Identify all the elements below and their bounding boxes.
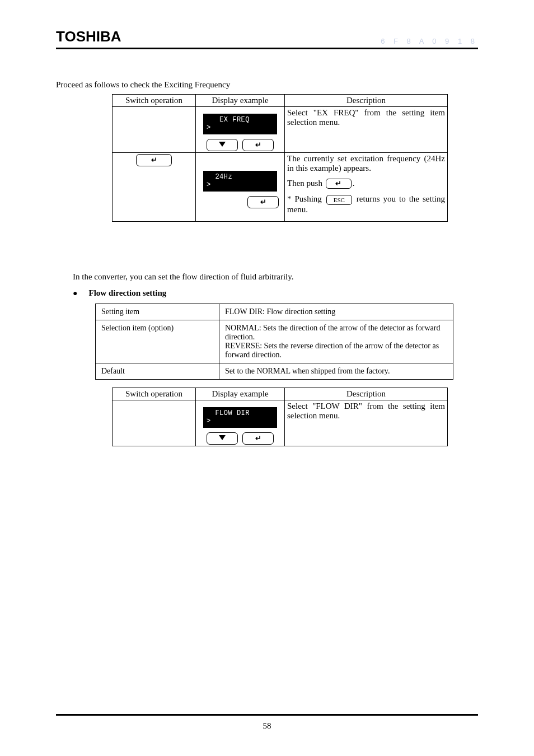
enter-icon: ↵ bbox=[255, 141, 261, 150]
enter-icon: ↵ bbox=[151, 156, 157, 165]
lcd-display: EX FREQ > bbox=[203, 114, 277, 134]
col-header: Switch operation bbox=[113, 95, 196, 107]
col-header: Display example bbox=[196, 388, 285, 400]
bullet-icon: ● bbox=[73, 289, 77, 298]
enter-button[interactable]: ↵ bbox=[136, 154, 172, 166]
enter-icon: ↵ bbox=[255, 434, 261, 443]
esc-label: ESC bbox=[334, 197, 345, 203]
desc-text: Then push ↵ . bbox=[287, 179, 445, 189]
bullet-heading: Flow direction setting bbox=[88, 288, 166, 298]
lcd-display: 24Hz > bbox=[203, 171, 277, 192]
procedure-table-1: Switch operation Display example Descrip… bbox=[112, 94, 448, 222]
settings-value: NORMAL: Sets the direction of the arrow … bbox=[219, 320, 453, 363]
doc-code: 6 F 8 A 0 9 1 8 bbox=[381, 37, 478, 45]
enter-icon: ↵ bbox=[260, 198, 266, 207]
desc-text: The currently set excitation frequency (… bbox=[287, 154, 445, 173]
desc-text: Select "EX FREQ" from the setting item s… bbox=[287, 108, 445, 127]
svg-marker-0 bbox=[219, 142, 226, 147]
col-header: Display example bbox=[196, 95, 285, 107]
enter-button[interactable]: ↵ bbox=[242, 432, 274, 445]
down-button[interactable] bbox=[207, 432, 238, 445]
enter-icon: ↵ bbox=[335, 179, 341, 188]
toshiba-logo: TOSHIBA bbox=[56, 28, 121, 45]
down-button[interactable] bbox=[207, 139, 238, 151]
procedure-table-2: Switch operation Display example Descrip… bbox=[112, 388, 448, 446]
settings-label: Setting item bbox=[96, 304, 219, 320]
page-number: 58 bbox=[56, 721, 478, 731]
footer-rule bbox=[56, 714, 478, 716]
settings-value: FLOW DIR: Flow direction setting bbox=[219, 304, 453, 320]
desc-text: * Pushing ESC returns you to the setting… bbox=[287, 194, 445, 214]
desc-text: Select "FLOW DIR" from the setting item … bbox=[287, 402, 445, 421]
col-header: Description bbox=[285, 388, 448, 400]
settings-label: Selection item (option) bbox=[96, 320, 219, 363]
intro-text-1: Proceed as follows to check the Exciting… bbox=[56, 80, 478, 90]
svg-marker-1 bbox=[219, 435, 226, 440]
col-header: Switch operation bbox=[113, 388, 196, 400]
chevron-down-icon bbox=[218, 141, 226, 150]
settings-table: Setting item FLOW DIR: Flow direction se… bbox=[95, 304, 453, 380]
intro-text-2: In the converter, you can set the flow d… bbox=[73, 272, 478, 282]
esc-button-inline[interactable]: ESC bbox=[326, 195, 352, 205]
enter-button-inline[interactable]: ↵ bbox=[326, 179, 352, 189]
enter-button[interactable]: ↵ bbox=[242, 139, 274, 151]
enter-button[interactable]: ↵ bbox=[247, 196, 279, 208]
settings-label: Default bbox=[96, 363, 219, 379]
settings-value: Set to the NORMAL when shipped from the … bbox=[219, 363, 453, 379]
col-header: Description bbox=[285, 95, 448, 107]
lcd-display: FLOW DIR > bbox=[203, 407, 277, 428]
chevron-down-icon bbox=[218, 434, 226, 443]
